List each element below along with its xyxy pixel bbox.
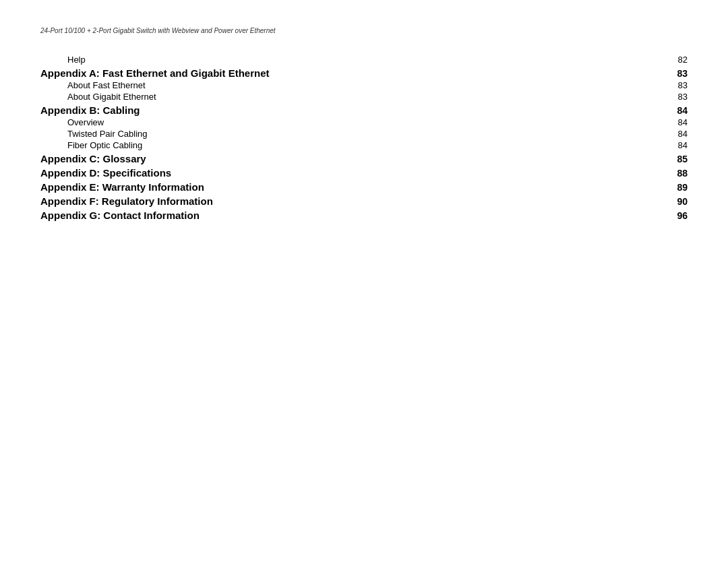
toc-row-appendix-g: Appendix G: Contact Information96 <box>40 210 688 221</box>
toc-row-overview: Overview84 <box>40 117 688 127</box>
toc-page-appendix-d: 88 <box>667 168 688 179</box>
toc-page-appendix-e: 89 <box>667 182 688 193</box>
toc-row-about-fast-ethernet: About Fast Ethernet83 <box>40 80 688 90</box>
toc-row-appendix-d: Appendix D: Specifications88 <box>40 167 688 179</box>
toc-row-appendix-b: Appendix B: Cabling84 <box>40 104 688 116</box>
toc-page-appendix-f: 90 <box>667 196 688 207</box>
toc-label-about-gigabit-ethernet: About Gigabit Ethernet <box>40 92 156 102</box>
toc-page-appendix-a: 83 <box>667 68 688 79</box>
toc-page-appendix-c: 85 <box>667 154 688 164</box>
toc-label-fiber-optic-cabling: Fiber Optic Cabling <box>40 140 142 150</box>
toc-page-overview: 84 <box>667 117 688 127</box>
toc-row-appendix-c: Appendix C: Glossary85 <box>40 153 688 164</box>
toc-label-appendix-f: Appendix F: Regulatory Information <box>40 195 213 207</box>
toc-label-about-fast-ethernet: About Fast Ethernet <box>40 80 146 90</box>
toc-container: Help82Appendix A: Fast Ethernet and Giga… <box>40 55 688 221</box>
toc-page-twisted-pair-cabling: 84 <box>667 129 688 139</box>
toc-row-appendix-e: Appendix E: Warranty Information89 <box>40 181 688 193</box>
toc-label-appendix-b: Appendix B: Cabling <box>40 104 140 116</box>
toc-page-appendix-g: 96 <box>667 210 688 221</box>
toc-label-twisted-pair-cabling: Twisted Pair Cabling <box>40 129 148 139</box>
toc-page-about-fast-ethernet: 83 <box>667 80 688 90</box>
toc-label-appendix-e: Appendix E: Warranty Information <box>40 181 204 193</box>
toc-page-fiber-optic-cabling: 84 <box>667 140 688 150</box>
toc-row-twisted-pair-cabling: Twisted Pair Cabling84 <box>40 129 688 139</box>
toc-row-appendix-f: Appendix F: Regulatory Information90 <box>40 195 688 207</box>
toc-label-appendix-c: Appendix C: Glossary <box>40 153 146 164</box>
toc-row-appendix-a: Appendix A: Fast Ethernet and Gigabit Et… <box>40 67 688 79</box>
toc-page-appendix-b: 84 <box>667 105 688 116</box>
toc-row-about-gigabit-ethernet: About Gigabit Ethernet83 <box>40 92 688 102</box>
toc-label-help: Help <box>40 55 86 65</box>
toc-label-overview: Overview <box>40 117 104 127</box>
toc-label-appendix-g: Appendix G: Contact Information <box>40 210 200 221</box>
toc-label-appendix-a: Appendix A: Fast Ethernet and Gigabit Et… <box>40 67 269 79</box>
toc-label-appendix-d: Appendix D: Specifications <box>40 167 171 179</box>
toc-row-fiber-optic-cabling: Fiber Optic Cabling84 <box>40 140 688 150</box>
toc-page-about-gigabit-ethernet: 83 <box>667 92 688 102</box>
page-header: 24-Port 10/100 + 2-Port Gigabit Switch w… <box>40 27 688 34</box>
toc-row-help: Help82 <box>40 55 688 65</box>
page-container: 24-Port 10/100 + 2-Port Gigabit Switch w… <box>0 0 728 249</box>
toc-page-help: 82 <box>667 55 688 65</box>
